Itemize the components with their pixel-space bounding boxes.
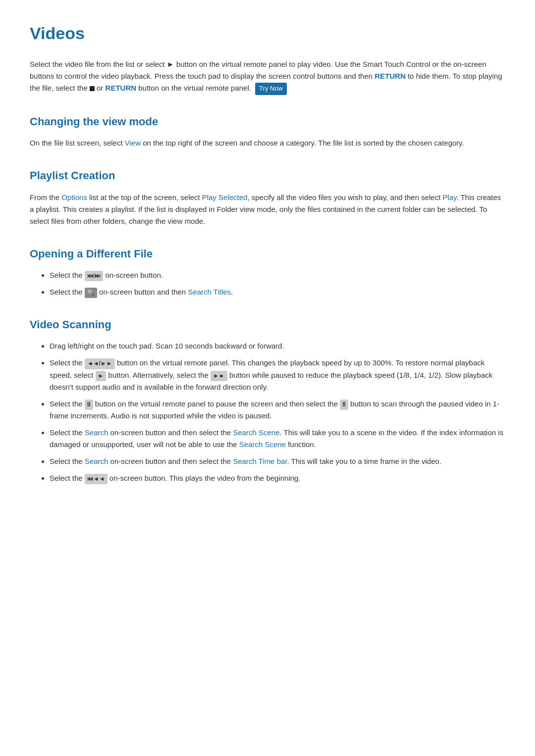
intro-text1: Select the video file from the list or s… [30, 60, 167, 68]
intro-text5: button on the virtual remote panel. [138, 84, 251, 92]
skip-text1: Select the [50, 271, 85, 279]
pause-icon-1: II [85, 400, 93, 410]
rb-text2: on-screen button. This plays the video f… [107, 474, 301, 482]
playlist-creation-paragraph: From the Options list at the top of the … [30, 192, 505, 227]
return-highlight-1: RETURN [374, 72, 406, 80]
return-highlight-2: RETURN [106, 84, 137, 92]
list-item-drag: Drag left/right on the touch pad. Scan 1… [50, 340, 505, 352]
heading-changing-view-mode: Changing the view mode [30, 113, 505, 130]
opening-file-list: Select the ⏮/⏭ on-screen button. Select … [50, 269, 505, 298]
intro-paragraph: Select the video file from the list or s… [30, 58, 505, 95]
st-text2: on-screen button and then [97, 288, 188, 296]
skip-text2: on-screen button. [103, 271, 163, 279]
play-small-icon: ► [96, 371, 107, 381]
try-now-button[interactable]: Try Now [255, 83, 287, 95]
ff-icon: ►► [211, 371, 227, 381]
rewind-ff-icon: ◄◄/►► [85, 358, 115, 369]
drag-text: Drag left/right on the touch pad. Scan 1… [50, 342, 284, 350]
rff-text1: Select the [50, 358, 85, 367]
page-title: Videos [30, 20, 505, 47]
list-item-skip: Select the ⏮/⏭ on-screen button. [50, 269, 505, 281]
search-time-bar-link[interactable]: Search Time bar [233, 457, 287, 465]
stb-text3: . This will take you to a time frame in … [287, 457, 441, 465]
ss-text2: on-screen button and then select the [108, 428, 233, 437]
stb-text1: Select the [50, 457, 85, 465]
rff-text3: button. Alternatively, select the [106, 371, 211, 379]
pause-text2: button on the virtual remote panel to pa… [93, 400, 340, 408]
list-item-pause: Select the II button on the virtual remo… [50, 398, 505, 422]
st-text1: Select the [50, 288, 85, 296]
view-link[interactable]: View [125, 139, 141, 147]
pause-icon-2: II [340, 400, 348, 410]
rb-text1: Select the [50, 474, 85, 482]
video-scanning-list: Drag left/right on the touch pad. Scan 1… [50, 340, 505, 484]
search-link-2[interactable]: Search [85, 457, 108, 465]
ss-text4: function. [286, 440, 316, 449]
play-selected-link[interactable]: Play Selected [202, 193, 248, 202]
search-scene-link-2[interactable]: Search Scene [239, 440, 286, 449]
search-scene-link-1[interactable]: Search Scene [233, 428, 279, 437]
search-titles-link[interactable]: Search Titles [188, 288, 231, 296]
list-item-search-scene: Select the Search on-screen button and t… [50, 427, 505, 451]
pc-text3: , specify all the video files you wish t… [247, 193, 442, 202]
search-link-1[interactable]: Search [85, 428, 108, 437]
ss-text1: Select the [50, 428, 85, 437]
intro-text4: or [97, 84, 103, 92]
skip-rewind-icon: ⏮/⏭ [85, 271, 103, 281]
stb-text2: on-screen button and then select the [108, 457, 233, 465]
heading-opening-different-file: Opening a Different File [30, 245, 505, 262]
pc-text1: From the [30, 193, 61, 202]
pause-text1: Select the [50, 400, 85, 408]
stop-icon [90, 86, 95, 91]
list-item-rewind-ff: Select the ◄◄/►► button on the virtual r… [50, 357, 505, 393]
list-item-search-titles: Select the 🔍 on-screen button and then S… [50, 286, 505, 298]
cvm-text2: on the top right of the screen and choos… [141, 139, 464, 147]
st-text3: . [231, 288, 233, 296]
heading-video-scanning: Video Scanning [30, 316, 505, 333]
list-item-rewind-begin: Select the ⏮◄◄ on-screen button. This pl… [50, 472, 505, 484]
options-link[interactable]: Options [61, 193, 87, 202]
heading-playlist-creation: Playlist Creation [30, 167, 505, 184]
cvm-text1: On the file list screen, select [30, 139, 125, 147]
play-symbol: ► [167, 60, 174, 68]
search-small-icon: 🔍 [85, 288, 97, 298]
pc-text2: list at the top of the screen, select [87, 193, 202, 202]
list-item-search-time: Select the Search on-screen button and t… [50, 455, 505, 467]
changing-view-mode-paragraph: On the file list screen, select View on … [30, 137, 505, 149]
rewind-begin-icon: ⏮◄◄ [85, 474, 107, 484]
play-link[interactable]: Play [443, 193, 457, 202]
